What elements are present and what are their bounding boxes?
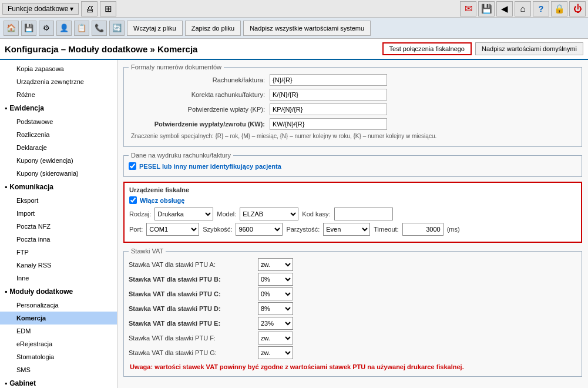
toolbar-icon-1[interactable]: 🏠 bbox=[4, 21, 19, 36]
timeout-input[interactable] bbox=[402, 223, 443, 236]
sidebar-item-stomatologia[interactable]: Stomatologia bbox=[0, 350, 117, 363]
model-select[interactable]: ELZAB POSNET NOVITUS bbox=[240, 208, 298, 220]
korekta-row: Korekta rachunku/faktury: bbox=[129, 89, 577, 101]
lock-icon-button[interactable]: 🔒 bbox=[551, 1, 567, 16]
parzystosc-select[interactable]: Even Odd None bbox=[323, 223, 370, 236]
sidebar-item-erejestracja[interactable]: eRejestracja bbox=[0, 337, 117, 350]
vat-g-select[interactable]: zw.0%5%8%23% bbox=[258, 346, 293, 359]
sidebar: Kopia zapasowa Urządzenia zewnętrzne Róż… bbox=[0, 60, 117, 388]
vat-c-label: Stawka VAT dla stawki PTU C: bbox=[129, 290, 258, 297]
power-icon-button[interactable]: ⏻ bbox=[569, 1, 586, 16]
sidebar-item-eksport[interactable]: Eksport bbox=[0, 194, 117, 207]
sidebar-group-moduly[interactable]: ▪ Moduły dodatkowe bbox=[0, 285, 117, 299]
model-label: Model: bbox=[217, 210, 236, 218]
vat-a-label: Stawka VAT dla stawki PTU A: bbox=[129, 261, 258, 268]
vat-section-legend: Stawki VAT bbox=[129, 247, 166, 255]
sidebar-item-kanaly-rss[interactable]: Kanały RSS bbox=[0, 259, 117, 272]
port-select[interactable]: COM1 COM2 COM3 COM4 bbox=[146, 223, 199, 236]
sidebar-item-kupony-skierowania[interactable]: Kupony (skierowania) bbox=[0, 167, 117, 180]
toolbar-icon-7[interactable]: 🔄 bbox=[109, 21, 125, 36]
formats-section-legend: Formaty numerów dokumentów bbox=[129, 63, 224, 71]
dane-section-legend: Dane na wydruku rachunku/faktury bbox=[129, 152, 233, 159]
sidebar-item-personalizacja[interactable]: Personalizacja bbox=[0, 299, 117, 312]
toolbar-icon-4[interactable]: 👤 bbox=[56, 21, 72, 36]
content-panel: Formaty numerów dokumentów Rachunek/fakt… bbox=[117, 60, 588, 388]
device-row-1: Rodzaj: Drukarka Kasa Model: ELZAB POSNE… bbox=[129, 208, 576, 220]
format-hint: Znaczenie symboli specjalnych: {R} – rok… bbox=[129, 133, 577, 139]
overwrite-system-button[interactable]: Nadpisz wszystkie wartościami systemu bbox=[243, 21, 371, 36]
sidebar-item-import[interactable]: Import bbox=[0, 207, 117, 220]
sidebar-item-ftp[interactable]: FTP bbox=[0, 246, 117, 259]
sidebar-group-gabinet[interactable]: ▪ Gabinet bbox=[0, 376, 117, 388]
sidebar-group-label: Ewidencja bbox=[9, 102, 44, 114]
help-icon-button[interactable]: ? bbox=[533, 1, 549, 16]
toolbar-icon-5[interactable]: 📋 bbox=[74, 21, 89, 36]
test-fiscal-button[interactable]: Test połączenia fiskalnego bbox=[382, 42, 472, 55]
kod-kasy-label: Kod kasy: bbox=[302, 210, 330, 218]
potwierdzenie-wyplaty-input[interactable] bbox=[270, 118, 387, 130]
vat-d-select[interactable]: zw.0%5%8%23% bbox=[258, 302, 293, 315]
pesel-label[interactable]: PESEL lub inny numer identyfikujący pacj… bbox=[139, 163, 281, 170]
rachunek-label: Rachunek/faktura: bbox=[129, 76, 270, 83]
sidebar-item-kupony-ewidencja[interactable]: Kupony (ewidencja) bbox=[0, 154, 117, 167]
sidebar-item-komercja[interactable]: Komercja bbox=[0, 312, 117, 325]
sidebar-item-podstawowe[interactable]: Podstawowe bbox=[0, 115, 117, 128]
kod-kasy-input[interactable] bbox=[334, 208, 393, 220]
vat-e-label: Stawka VAT dla stawki PTU E: bbox=[129, 320, 258, 327]
potwierdzenie-wplaty-input[interactable] bbox=[270, 103, 387, 115]
sidebar-item-sms[interactable]: SMS bbox=[0, 363, 117, 376]
save-icon-button[interactable]: 💾 bbox=[478, 1, 495, 16]
enable-checkbox[interactable] bbox=[129, 196, 137, 204]
potwierdzenie-wplaty-row: Potwierdzenie wpłaty (KP): bbox=[129, 103, 577, 115]
functions-menu-button[interactable]: Funkcje dodatkowe ▾ bbox=[2, 3, 79, 15]
vat-b-select[interactable]: zw.0%5%8%23% bbox=[258, 273, 293, 286]
tree-expand-icon: ▪ bbox=[5, 102, 7, 114]
back-icon-button[interactable]: ◀ bbox=[496, 1, 513, 16]
pesel-checkbox[interactable] bbox=[129, 162, 136, 170]
second-toolbar: 🏠 💾 ⚙ 👤 📋 📞 🔄 Wczytaj z pliku Zapisz do … bbox=[0, 18, 588, 39]
vat-row-e: Stawka VAT dla stawki PTU E: zw.0%5%8%23… bbox=[129, 317, 577, 330]
home-icon-button[interactable]: ⌂ bbox=[515, 1, 531, 16]
toolbar-icon-3[interactable]: ⚙ bbox=[39, 21, 54, 36]
page-title: Konfiguracja – Moduły dodatkowe » Komerc… bbox=[5, 44, 197, 54]
sidebar-item-urzadzenia-zewnetrzne[interactable]: Urządzenia zewnętrzne bbox=[0, 75, 117, 88]
sidebar-item-deklaracje[interactable]: Deklaracje bbox=[0, 141, 117, 154]
korekta-label: Korekta rachunku/faktury: bbox=[129, 91, 270, 98]
sidebar-item-inne[interactable]: Inne bbox=[0, 272, 117, 285]
sidebar-item-kopia-zapasowa[interactable]: Kopia zapasowa bbox=[0, 62, 117, 75]
rodzaj-select[interactable]: Drukarka Kasa bbox=[154, 208, 213, 220]
sidebar-item-edm[interactable]: EDM bbox=[0, 325, 117, 337]
toolbar-icon-2[interactable]: 💾 bbox=[21, 21, 36, 36]
pesel-row: PESEL lub inny numer identyfikujący pacj… bbox=[129, 162, 577, 170]
sidebar-item-poczta-inna[interactable]: Poczta inna bbox=[0, 233, 117, 246]
vat-d-label: Stawka VAT dla stawki PTU D: bbox=[129, 305, 258, 312]
grid-button[interactable]: ⊞ bbox=[100, 1, 116, 16]
vat-c-select[interactable]: zw.0%5%8%23% bbox=[258, 287, 293, 300]
vat-row-g: Stawka VAT dla stawki PTU G: zw.0%5%8%23… bbox=[129, 346, 577, 359]
rachunek-input[interactable] bbox=[270, 74, 387, 86]
vat-e-select[interactable]: zw.0%5%8%23% bbox=[258, 317, 293, 330]
toolbar-icon-6[interactable]: 📞 bbox=[92, 21, 107, 36]
load-from-file-button[interactable]: Wczytaj z pliku bbox=[127, 21, 183, 36]
enable-label[interactable]: Włącz obsługę bbox=[140, 197, 184, 204]
header-bar: Konfiguracja – Moduły dodatkowe » Komerc… bbox=[0, 39, 588, 60]
sidebar-item-rozliczenia[interactable]: Rozliczenia bbox=[0, 128, 117, 141]
sidebar-group-komunikacja[interactable]: ▪ Komunikacja bbox=[0, 180, 117, 194]
top-toolbar: Funkcje dodatkowe ▾ 🖨 ⊞ ✉ 💾 ◀ ⌂ ? 🔒 ⏻ bbox=[0, 0, 588, 18]
rachunek-row: Rachunek/faktura: bbox=[129, 74, 577, 86]
formats-section: Formaty numerów dokumentów Rachunek/fakt… bbox=[123, 63, 582, 147]
sidebar-item-rozne[interactable]: Różne bbox=[0, 88, 117, 101]
print-button[interactable]: 🖨 bbox=[81, 1, 98, 16]
sidebar-group-ewidencja[interactable]: ▪ Ewidencja bbox=[0, 101, 117, 115]
set-defaults-button[interactable]: Nadpisz wartościami domyślnymi bbox=[475, 42, 583, 55]
szybkosc-select[interactable]: 9600 19200 38400 bbox=[236, 223, 283, 236]
korekta-input[interactable] bbox=[270, 89, 387, 101]
vat-row-a: Stawka VAT dla stawki PTU A: zw.0%5%8%23… bbox=[129, 258, 577, 271]
vat-a-select[interactable]: zw.0%5%8%23% bbox=[258, 258, 293, 271]
sidebar-item-poczta-nfz[interactable]: Poczta NFZ bbox=[0, 220, 117, 233]
vat-f-select[interactable]: zw.0%5%8%23% bbox=[258, 332, 293, 344]
save-to-file-button[interactable]: Zapisz do pliku bbox=[185, 21, 241, 36]
vat-row-d: Stawka VAT dla stawki PTU D: zw.0%5%8%23… bbox=[129, 302, 577, 315]
tree-expand-icon-4: ▪ bbox=[5, 377, 7, 388]
mail-icon-button[interactable]: ✉ bbox=[460, 1, 476, 16]
